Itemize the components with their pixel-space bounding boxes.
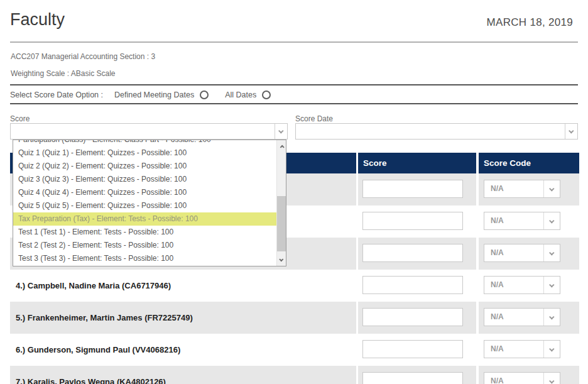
dropdown-option[interactable]: Quiz 2 (Quiz 2) - Element: Quizzes - Pos…	[13, 160, 276, 173]
score-select-value	[11, 124, 275, 139]
chevron-down-icon	[543, 212, 560, 229]
table-row: 5.) Frankenheimer, Martin James (FR72257…	[10, 302, 579, 334]
score-code-value: N/A	[484, 341, 543, 358]
score-code-select[interactable]: N/A	[484, 340, 560, 358]
score-date-select[interactable]	[295, 123, 578, 140]
score-dropdown-list: Participation (Class) - Element: Class P…	[13, 140, 286, 266]
table-row: 4.) Campbell, Nadine Maria (CA6717946) N…	[10, 270, 579, 302]
score-code-select[interactable]: N/A	[484, 276, 560, 294]
score-code-value: N/A	[484, 309, 543, 326]
dropdown-option[interactable]: Test 1 (Test 1) - Element: Tests - Possi…	[13, 226, 276, 239]
defined-meeting-dates-radio[interactable]	[200, 91, 209, 99]
dropdown-scrollbar[interactable]	[276, 140, 286, 266]
faculty-gradebook-page: Faculty MARCH 18, 2019 ACC207 Managerial…	[0, 0, 588, 384]
score-code-value: N/A	[484, 212, 543, 229]
score-input[interactable]	[362, 212, 463, 230]
student-name: 6.) Gunderson, Sigmund Paul (VV4068216)	[10, 334, 356, 366]
all-dates-label: All Dates	[225, 91, 256, 99]
score-column-header: Score	[358, 153, 476, 173]
score-code-value: N/A	[484, 277, 543, 293]
chevron-down-icon	[543, 180, 560, 197]
divider	[10, 103, 578, 104]
scroll-down-icon[interactable]	[277, 255, 286, 265]
score-code-value: N/A	[484, 373, 543, 384]
score-input[interactable]	[362, 340, 463, 358]
score-input[interactable]	[362, 180, 463, 198]
page-date: MARCH 18, 2019	[487, 16, 573, 29]
score-code-select[interactable]: N/A	[484, 372, 560, 384]
all-dates-radio[interactable]	[262, 91, 271, 99]
chevron-down-icon	[543, 244, 560, 261]
score-code-select[interactable]: N/A	[484, 212, 560, 230]
dropdown-option[interactable]: Quiz 5 (Quiz 5) - Element: Quizzes - Pos…	[13, 199, 276, 212]
header-divider	[10, 41, 578, 43]
weighting-scale: Weighting Scale : ABasic Scale	[11, 69, 116, 78]
score-input[interactable]	[362, 276, 463, 294]
dropdown-viewport: Participation (Class) - Element: Class P…	[13, 140, 276, 266]
score-code-select[interactable]: N/A	[484, 308, 560, 326]
score-code-value: N/A	[484, 244, 543, 261]
dropdown-option[interactable]: Quiz 1 (Quiz 1) - Element: Quizzes - Pos…	[13, 146, 276, 160]
score-input[interactable]	[362, 308, 463, 326]
dropdown-option[interactable]: Test 3 (Test 3) - Element: Tests - Possi…	[13, 252, 276, 265]
dropdown-option[interactable]: Tax Preparation (Tax) - Element: Tests -…	[13, 212, 276, 226]
dropdown-option[interactable]: Quiz 4 (Quiz 4) - Element: Quizzes - Pos…	[13, 186, 276, 199]
score-input[interactable]	[362, 244, 463, 262]
scroll-up-icon[interactable]	[277, 141, 286, 151]
table-row: 6.) Gunderson, Sigmund Paul (VV4068216) …	[10, 334, 579, 366]
score-input[interactable]	[362, 372, 463, 384]
score-date-option-row: Select Score Date Option : Defined Meeti…	[10, 91, 271, 99]
dropdown-option[interactable]: Participation (Class) - Element: Class P…	[13, 140, 276, 146]
score-date-select-label: Score Date	[295, 114, 333, 123]
dropdown-option[interactable]: Quiz 3 (Quiz 3) - Element: Quizzes - Pos…	[13, 173, 276, 186]
chevron-down-icon	[543, 309, 560, 326]
chevron-down-icon	[565, 124, 577, 139]
divider	[10, 84, 578, 85]
student-name: 4.) Campbell, Nadine Maria (CA6717946)	[10, 270, 356, 302]
student-name: 7.) Karalis, Pavlos Wegna (KA4802126)	[10, 366, 356, 384]
scrollbar-thumb[interactable]	[277, 196, 286, 251]
score-date-option-label: Select Score Date Option :	[10, 91, 103, 99]
dropdown-option[interactable]: Test 2 (Test 2) - Element: Tests - Possi…	[13, 239, 276, 252]
score-select[interactable]	[10, 123, 288, 140]
chevron-down-icon	[275, 124, 287, 139]
table-row: 7.) Karalis, Pavlos Wegna (KA4802126) N/…	[10, 366, 579, 384]
score-date-select-value	[296, 124, 565, 139]
score-code-select[interactable]: N/A	[484, 180, 560, 198]
course-section: ACC207 Managerial Accounting Section : 3	[11, 52, 155, 61]
student-name: 5.) Frankenheimer, Martin James (FR72257…	[10, 302, 356, 334]
chevron-down-icon	[543, 277, 560, 293]
chevron-down-icon	[543, 373, 560, 384]
score-code-select[interactable]: N/A	[484, 244, 560, 262]
score-code-value: N/A	[484, 180, 543, 197]
score-select-label: Score	[10, 114, 30, 123]
defined-meeting-dates-label: Defined Meeting Dates	[114, 91, 194, 99]
score-code-column-header: Score Code	[479, 153, 579, 173]
page-title: Faculty	[10, 10, 65, 30]
chevron-down-icon	[543, 341, 560, 358]
